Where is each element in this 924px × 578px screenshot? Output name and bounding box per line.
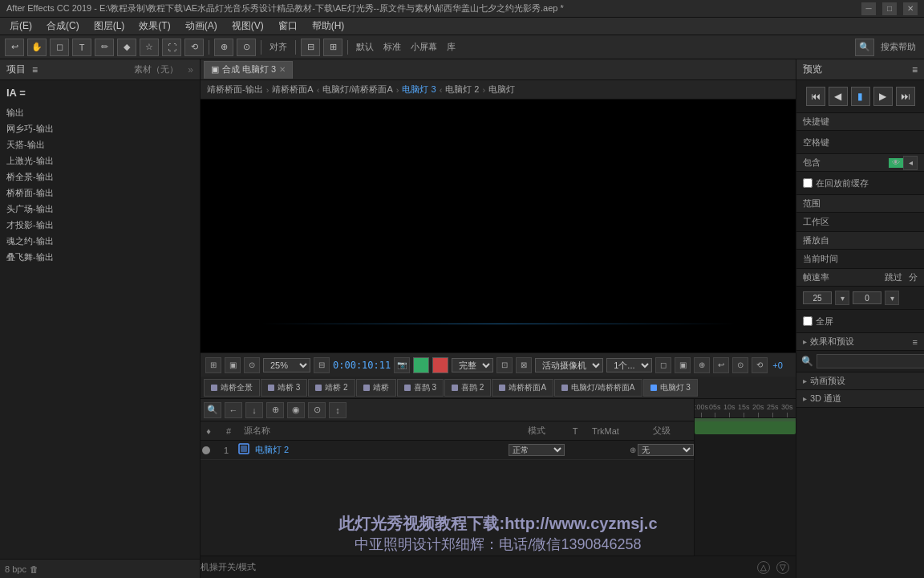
tool-align2[interactable]: ⊞ <box>323 39 342 56</box>
breadcrumb-item-4[interactable]: 电脑灯 3 <box>402 83 436 96</box>
maximize-button[interactable]: □ <box>882 2 897 15</box>
project-item-9[interactable]: 叠飞舞-输出 <box>0 249 200 265</box>
close-button[interactable]: ✕ <box>903 2 918 15</box>
minimize-button[interactable]: ─ <box>861 2 876 15</box>
tl-btn2[interactable]: ↓ <box>245 402 263 418</box>
comp-tab-close[interactable]: ✕ <box>279 65 286 74</box>
project-item-6[interactable]: 头广场-输出 <box>0 201 200 217</box>
tool-puppet[interactable]: ☆ <box>140 39 159 56</box>
viewer-fit-btn[interactable]: ⊟ <box>314 357 330 373</box>
tool-extra4[interactable]: ⊙ <box>237 39 256 56</box>
zoom-dropdown[interactable]: 25% 50% 100% <box>263 358 310 372</box>
tl-btn6[interactable]: ↕ <box>329 402 346 418</box>
tl-btn4[interactable]: ◉ <box>287 402 305 418</box>
preview-last-btn[interactable]: ⏭ <box>896 87 915 106</box>
viewer-render4[interactable]: ↩ <box>713 357 729 373</box>
comp-list-tab-6[interactable]: 靖桥桥面A <box>492 379 553 397</box>
project-item-1[interactable]: 网乡巧-输出 <box>0 120 200 136</box>
expand-icon[interactable]: » <box>188 64 193 75</box>
layer-parent-select[interactable]: 无 <box>638 444 694 456</box>
timeline-bar-0[interactable] <box>695 421 796 434</box>
fullscreen-checkbox[interactable] <box>803 316 813 326</box>
project-item-4[interactable]: 桥全景-输出 <box>0 169 200 185</box>
menu-item-c[interactable]: 合成(C) <box>40 18 86 35</box>
include-section[interactable]: 包含 👁 ◂ <box>796 154 924 172</box>
tool-extra2[interactable]: ⟲ <box>184 39 204 56</box>
timecode-display[interactable]: 0:00:10:11 <box>333 360 391 371</box>
tool-shape[interactable]: ◆ <box>117 39 136 56</box>
layer-row-1[interactable]: 1 电脑灯 2 正常 <box>201 441 694 460</box>
tool-select[interactable]: ✋ <box>27 39 47 56</box>
menu-item-v[interactable]: 视图(V) <box>225 18 270 35</box>
preview-stop-btn[interactable]: ▮ <box>851 87 870 106</box>
preview-menu-icon[interactable]: ≡ <box>912 64 918 75</box>
tl-btn5[interactable]: ⊙ <box>308 402 326 418</box>
tool-camera[interactable]: ◻ <box>50 39 69 56</box>
include-eye-btn[interactable]: 👁 <box>889 158 903 168</box>
viewer-toggle-btn[interactable]: ⊡ <box>496 357 513 373</box>
layer-eye-btn[interactable] <box>202 446 210 454</box>
viewer-grid-btn[interactable]: ⊞ <box>205 357 221 373</box>
tool-arrow[interactable]: ↩ <box>5 39 24 56</box>
menu-item-[interactable]: 窗口 <box>272 18 304 35</box>
bottom-btn2[interactable]: ▽ <box>776 561 789 574</box>
quality-dropdown[interactable]: 完整 1/2 <box>452 358 493 372</box>
menu-item-h[interactable]: 帮助(H) <box>306 18 351 35</box>
breadcrumb-item-3[interactable]: 电脑灯/靖桥桥面A <box>322 83 392 96</box>
comp-list-tab-5[interactable]: 喜鹊 2 <box>444 379 491 397</box>
project-item-2[interactable]: 天搭-输出 <box>0 136 200 153</box>
menu-item-e[interactable]: 后(E) <box>3 18 38 35</box>
preview-prev-btn[interactable]: ◀ <box>829 87 848 106</box>
menu-item-t[interactable]: 效果(T) <box>132 18 176 35</box>
view-count-dropdown[interactable]: 1个... <box>606 358 652 372</box>
delete-icon[interactable]: 🗑 <box>30 564 38 574</box>
viewer-camera-btn[interactable]: 📷 <box>394 357 410 373</box>
comp-tab-active[interactable]: ▣ 合成 电脑灯 3 ✕ <box>204 61 293 79</box>
viewer-circle-btn[interactable]: ⊙ <box>244 357 260 373</box>
comp-list-tab-7[interactable]: 电脑灯/靖桥桥面A <box>554 379 642 397</box>
project-item-7[interactable]: 才投影-输出 <box>0 217 200 233</box>
skip-dropdown[interactable]: ▾ <box>885 291 899 305</box>
viewer-screen-btn[interactable]: ▣ <box>225 357 241 373</box>
comp-list-tab-3[interactable]: 靖桥 <box>356 379 396 397</box>
project-item-5[interactable]: 桥桥面-输出 <box>0 185 200 201</box>
comp-list-tab-2[interactable]: 靖桥 2 <box>308 379 355 397</box>
tl-btn1[interactable]: ← <box>225 402 242 418</box>
project-item-8[interactable]: 魂之约-输出 <box>0 233 200 249</box>
project-item-3[interactable]: 上激光-输出 <box>0 153 200 169</box>
breadcrumb-item-6[interactable]: 电脑灯 <box>488 83 515 96</box>
tool-align1[interactable]: ⊟ <box>301 39 320 56</box>
breadcrumb-item-1[interactable]: 靖桥桥面-输出 <box>207 83 263 96</box>
framerate-input[interactable] <box>803 291 832 304</box>
skip-input[interactable] <box>853 291 881 304</box>
project-item-0[interactable]: 输出 <box>0 104 200 120</box>
effects-search-input[interactable] <box>817 354 924 368</box>
tool-pen[interactable]: ✏ <box>95 39 114 56</box>
tl-search-btn[interactable]: 🔍 <box>204 402 221 418</box>
camera-dropdown[interactable]: 活动摄像机 <box>535 358 603 372</box>
comp-list-tab-4[interactable]: 喜鹊 3 <box>397 379 444 397</box>
viewer-render2[interactable]: ▣ <box>675 357 691 373</box>
project-menu-icon[interactable]: ≡ <box>32 64 38 75</box>
cache-checkbox[interactable] <box>803 178 813 188</box>
preview-next-btn[interactable]: ▶ <box>873 87 893 106</box>
menu-item-a[interactable]: 动画(A) <box>179 18 224 35</box>
tool-extra1[interactable]: ⛶ <box>162 39 181 56</box>
effects-section[interactable]: ▸ 效果和预设 ≡ <box>796 333 924 351</box>
tool-text[interactable]: T <box>72 39 91 56</box>
comp-list-tab-0[interactable]: 靖桥全景 <box>204 379 260 397</box>
effects-menu[interactable]: ≡ <box>913 337 918 347</box>
anim-preset-section[interactable]: ▸ 动画预设 <box>796 372 924 390</box>
shortcuts-section[interactable]: 快捷键 <box>796 113 924 131</box>
layer-mode-select[interactable]: 正常 <box>509 444 565 456</box>
comp-list-tab-1[interactable]: 靖桥 3 <box>261 379 307 397</box>
menu-item-l[interactable]: 图层(L) <box>87 18 132 35</box>
3d-section[interactable]: ▸ 3D 通道 <box>796 390 924 408</box>
tl-btn3[interactable]: ⊕ <box>266 402 284 418</box>
include-sound-btn[interactable]: ◂ <box>903 156 918 170</box>
viewer-render3[interactable]: ⊕ <box>694 357 710 373</box>
comp-list-tab-8[interactable]: 电脑灯 3 <box>643 379 698 397</box>
viewer-render5[interactable]: ⊙ <box>732 357 748 373</box>
breadcrumb-item-5[interactable]: 电脑灯 2 <box>445 83 479 96</box>
viewer-toggle2-btn[interactable]: ⊠ <box>516 357 532 373</box>
